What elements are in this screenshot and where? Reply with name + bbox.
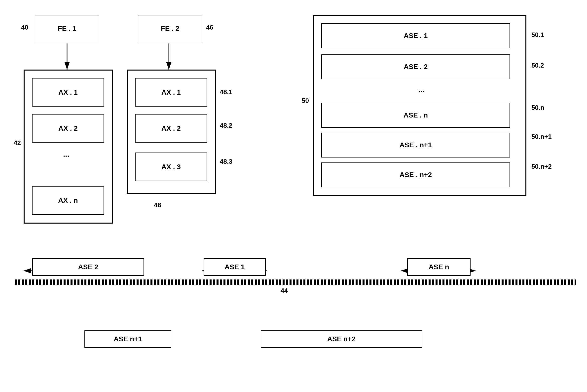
ase-n1-ref: 50.n+1 — [531, 133, 552, 140]
ase-n-box: ASE . n — [321, 103, 510, 128]
ase-group-ref: 50 — [302, 97, 309, 104]
ax2-1-box: AX . 1 — [135, 78, 207, 106]
axn-box: AX . n — [32, 186, 104, 215]
ase2-label: ASE . 2 — [404, 63, 428, 71]
fe2-ref: 46 — [206, 24, 213, 31]
ase-n-bus-label: ASE n — [429, 263, 449, 271]
ase1-box: ASE . 1 — [321, 23, 510, 48]
bus-line-2 — [15, 284, 576, 285]
ase-n2-bus-label: ASE n+2 — [327, 335, 356, 343]
fe1-ref: 40 — [21, 24, 28, 31]
ase-group-outer: ASE . 1 ASE . 2 ... ASE . n ASE . n+1 AS… — [313, 15, 527, 196]
ase-n2-box: ASE . n+2 — [321, 162, 510, 187]
ase1-bus-label: ASE 1 — [225, 263, 245, 271]
ax1-box: AX . 1 — [32, 78, 104, 106]
ax-group2-outer: AX . 1 AX . 2 AX . 3 — [127, 70, 216, 194]
ax2-2-ref: 48.2 — [220, 122, 232, 130]
ax2-3-box: AX . 3 — [135, 152, 207, 181]
bus-ref: 44 — [281, 287, 288, 294]
ase2-ref: 50.2 — [531, 62, 544, 69]
axn-label: AX . n — [58, 196, 78, 204]
ase-n-ref: 50.n — [531, 104, 544, 112]
ase1-ref: 50.1 — [531, 31, 544, 39]
ase-n2-bus-box: ASE n+2 — [261, 330, 422, 348]
ase1-bus-box: ASE 1 — [204, 258, 266, 276]
ase2-box: ASE . 2 — [321, 54, 510, 79]
fe2-label: FE . 2 — [161, 24, 179, 32]
ax2-label: AX . 2 — [58, 124, 78, 132]
ax2-1-label: AX . 1 — [161, 88, 181, 96]
ax2-2-label: AX . 2 — [161, 124, 181, 132]
ax-dots1: ... — [63, 150, 69, 158]
ase-n2-label: ASE . n+2 — [400, 171, 432, 179]
ase-n1-bus-box: ASE n+1 — [84, 330, 171, 348]
ase-n1-box: ASE . n+1 — [321, 133, 510, 158]
fe2-box: FE . 2 — [138, 15, 202, 42]
ax2-3-ref: 48.3 — [220, 158, 232, 166]
ase-n1-label: ASE . n+1 — [400, 141, 432, 149]
fe1-box: FE . 1 — [35, 15, 99, 42]
ase-n2-ref: 50.n+2 — [531, 163, 552, 170]
ase-dots: ... — [418, 86, 424, 94]
ase2-bus-box: ASE 2 — [32, 258, 144, 276]
ase-n-label: ASE . n — [404, 111, 428, 119]
ax2-box: AX . 2 — [32, 114, 104, 142]
diagram: FE . 1 40 FE . 2 46 AX . 1 AX . 2 ... AX… — [0, 0, 587, 392]
ase2-bus-label: ASE 2 — [78, 263, 98, 271]
ase-n-bus-box: ASE n — [407, 258, 471, 276]
ax1-label: AX . 1 — [58, 88, 78, 96]
ase-n1-bus-label: ASE n+1 — [114, 335, 142, 343]
ax2-2-box: AX . 2 — [135, 114, 207, 142]
ax-group1-outer: AX . 1 AX . 2 ... AX . n — [23, 70, 113, 224]
fe1-label: FE . 1 — [58, 24, 76, 32]
ax-group2-ref: 48 — [154, 201, 161, 209]
ax2-3-label: AX . 3 — [161, 163, 181, 171]
ax-group1-ref: 42 — [14, 139, 21, 147]
bus-line — [15, 280, 576, 284]
ax2-1-ref: 48.1 — [220, 88, 232, 96]
ase1-label: ASE . 1 — [404, 32, 428, 40]
